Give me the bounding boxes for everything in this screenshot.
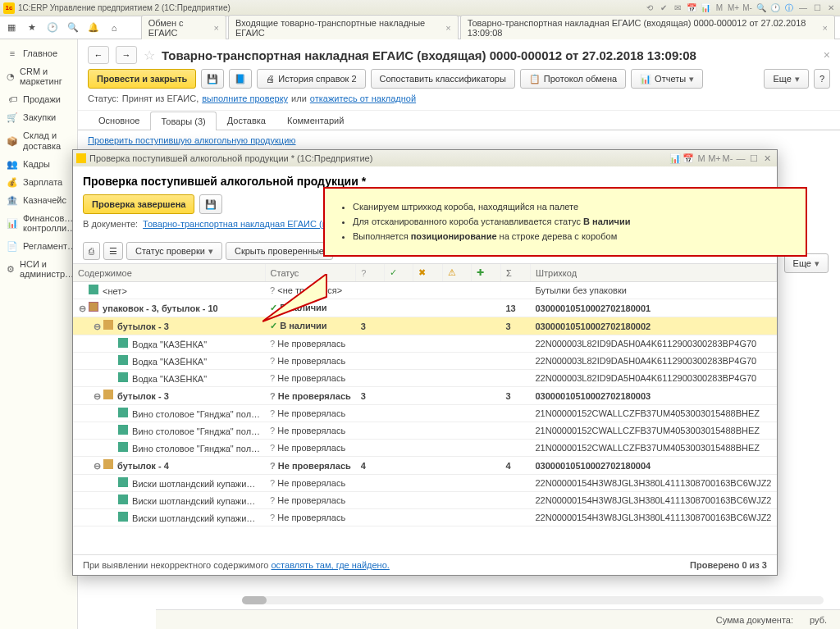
table-row[interactable]: Виски шотландский купажи…? Не проверялас… <box>73 509 777 526</box>
close-icon[interactable]: ✕ <box>760 153 774 164</box>
tab-exchange[interactable]: Обмен с ЕГАИС× <box>141 15 226 41</box>
expand-icon[interactable]: ⊖ <box>78 303 86 314</box>
tab-comment[interactable]: Комментарий <box>276 111 354 130</box>
money-icon: 💰 <box>7 177 18 187</box>
expand-icon[interactable]: ⊖ <box>93 461 101 472</box>
dialog-titlebar: Проверка поступившей алкогольной продукц… <box>73 150 777 166</box>
post-close-button[interactable]: Провести и закрыть <box>88 69 196 89</box>
sidebar-item-salary[interactable]: 💰Зарплата <box>0 173 77 191</box>
table-row[interactable]: Вино столовое "Гянджа" пол…? Не проверял… <box>73 440 777 457</box>
sidebar-item-warehouse[interactable]: 📦Склад и доставка <box>0 126 77 154</box>
table-row[interactable]: <нет>? <не требуется>Бутылки без упаковк… <box>73 282 777 299</box>
scrollbar[interactable] <box>242 596 824 604</box>
sidebar-item-hr[interactable]: 👥Кадры <box>0 155 77 173</box>
sys-icon[interactable]: ✉ <box>672 2 683 14</box>
more-button[interactable]: Еще <box>764 69 808 89</box>
maximize-icon[interactable]: ☐ <box>747 153 760 164</box>
expand-icon[interactable]: ⊖ <box>93 321 101 332</box>
bell-icon[interactable]: 🔔 <box>87 21 101 35</box>
people-icon: 👥 <box>7 159 18 169</box>
home-icon[interactable]: ⌂ <box>107 21 121 35</box>
check-done-button[interactable]: Проверка завершена <box>83 194 194 214</box>
sidebar-item-sales[interactable]: 🏷Продажи <box>0 90 77 108</box>
barcode-button[interactable]: ⎙ <box>83 242 100 260</box>
sys-icon[interactable]: ⟲ <box>644 2 655 14</box>
sys-icon[interactable]: 🕐 <box>769 2 781 14</box>
tab-main[interactable]: Основное <box>88 111 150 130</box>
search-icon[interactable]: 🔍 <box>756 2 767 14</box>
minimize-icon[interactable]: — <box>734 153 747 163</box>
table-row[interactable]: ⊖ бутылок - 3✓ В наличии3303000010510002… <box>73 317 777 335</box>
check-link[interactable]: выполните проверку <box>202 93 288 103</box>
info-icon[interactable]: ⓘ <box>783 2 795 14</box>
tab-goods[interactable]: Товары (3) <box>150 112 216 130</box>
sys-icon[interactable]: M- <box>742 2 753 14</box>
list-button[interactable]: ☰ <box>103 242 123 260</box>
package-icon <box>89 302 98 312</box>
sys-icon[interactable]: M <box>695 153 708 163</box>
tab-incoming[interactable]: Входящие товарно-транспортные накладные … <box>228 15 459 41</box>
table-row[interactable]: Вино столовое "Гянджа" пол…? Не проверял… <box>73 422 777 440</box>
close-icon[interactable]: × <box>445 23 450 33</box>
bank-icon: 🏦 <box>7 195 18 205</box>
maximize-icon[interactable]: ☐ <box>811 2 823 14</box>
star-icon[interactable]: ★ <box>25 21 39 35</box>
history-icon[interactable]: 🕑 <box>46 21 60 35</box>
sidebar-item-crm[interactable]: ◔CRM и маркетинг <box>0 62 77 90</box>
table-row[interactable]: ⊖ упаковок - 3, бутылок - 10✓ В наличии1… <box>73 299 777 317</box>
sys-icon[interactable]: M- <box>721 153 734 163</box>
product-tree[interactable]: Содержимое Статус ? ✓ ✖ ⚠ ✚ Σ Штрихкод <… <box>73 263 777 554</box>
search-icon[interactable]: 🔍 <box>66 21 80 35</box>
status-filter[interactable]: Статус проверки <box>126 242 222 260</box>
sys-icon[interactable]: 📊 <box>669 153 682 164</box>
table-row[interactable]: ⊖ бутылок - 3? Не проверялась33030000105… <box>73 387 777 405</box>
box-icon: 📦 <box>7 136 18 146</box>
sys-icon[interactable]: ✔ <box>658 2 669 14</box>
table-row[interactable]: Водка "КАЗЁНКА"? Не проверялась22N000003… <box>73 353 777 370</box>
table-row[interactable]: Виски шотландский купажи…? Не проверялас… <box>73 492 777 509</box>
sidebar-item-treasury[interactable]: 🏦Казначейс <box>0 191 77 209</box>
sys-icon[interactable]: 📅 <box>682 153 695 164</box>
close-icon[interactable]: × <box>214 23 219 33</box>
more-button[interactable]: Еще <box>784 253 829 273</box>
hide-checked-button[interactable]: Скрыть проверенные <box>226 242 333 260</box>
check-products-link[interactable]: Проверить поступившую алкогольную продук… <box>88 135 296 145</box>
sys-icon[interactable]: M <box>714 2 725 14</box>
grid-icon[interactable]: ▦ <box>5 21 19 35</box>
sidebar-item-nsi[interactable]: ⚙НСИ и администр… <box>0 255 77 283</box>
sidebar-item-main[interactable]: ≡Главное <box>0 44 77 62</box>
post-button[interactable]: 📘 <box>229 69 252 89</box>
footer-link[interactable]: оставлять там, где найдено. <box>271 560 389 570</box>
minimize-icon[interactable]: — <box>797 2 809 14</box>
history-button[interactable]: 🖨 История справок 2 <box>257 69 365 89</box>
sys-icon[interactable]: M+ <box>708 153 721 163</box>
sys-icon[interactable]: 📊 <box>700 2 711 14</box>
close-icon[interactable]: × <box>824 48 830 62</box>
expand-icon[interactable]: ⊖ <box>93 391 101 402</box>
sidebar-item-reglament[interactable]: 📄Регламент… <box>0 237 77 255</box>
sidebar-item-purchase[interactable]: 🛒Закупки <box>0 108 77 126</box>
protocol-button[interactable]: 📋 Протокол обмена <box>520 69 626 89</box>
table-row[interactable]: Водка "КАЗЁНКА"? Не проверялась22N000003… <box>73 370 777 387</box>
back-button[interactable]: ← <box>88 46 109 64</box>
forward-button[interactable]: → <box>116 46 137 64</box>
save-button[interactable]: 💾 <box>201 69 224 89</box>
tab-document[interactable]: Товарно-транспортная накладная ЕГАИС (вх… <box>460 15 835 41</box>
sys-icon[interactable]: 📅 <box>686 2 697 14</box>
table-row[interactable]: Вино столовое "Гянджа" пол…? Не проверял… <box>73 405 777 422</box>
close-icon[interactable]: ✕ <box>825 2 837 14</box>
reports-button[interactable]: 📊 Отчеты <box>631 69 703 89</box>
sys-icon[interactable]: M+ <box>728 2 739 14</box>
table-row[interactable]: ⊖ бутылок - 4? Не проверялась44030000105… <box>73 457 777 475</box>
table-row[interactable]: Виски шотландский купажи…? Не проверялас… <box>73 475 777 492</box>
help-button[interactable]: ? <box>814 69 830 89</box>
tab-delivery[interactable]: Доставка <box>217 111 276 130</box>
table-row[interactable]: Водка "КАЗЁНКА"? Не проверялась22N000003… <box>73 335 777 353</box>
indoc-label: В документе: <box>83 219 138 229</box>
save-button[interactable]: 💾 <box>199 194 222 214</box>
sidebar-item-finance[interactable]: 📊Финансов… контролли… <box>0 209 77 237</box>
match-button[interactable]: Сопоставить классификаторы <box>371 69 515 89</box>
reject-link[interactable]: откажитесь от накладной <box>310 93 416 103</box>
favorite-icon[interactable]: ☆ <box>144 48 155 63</box>
close-icon[interactable]: × <box>823 23 828 33</box>
